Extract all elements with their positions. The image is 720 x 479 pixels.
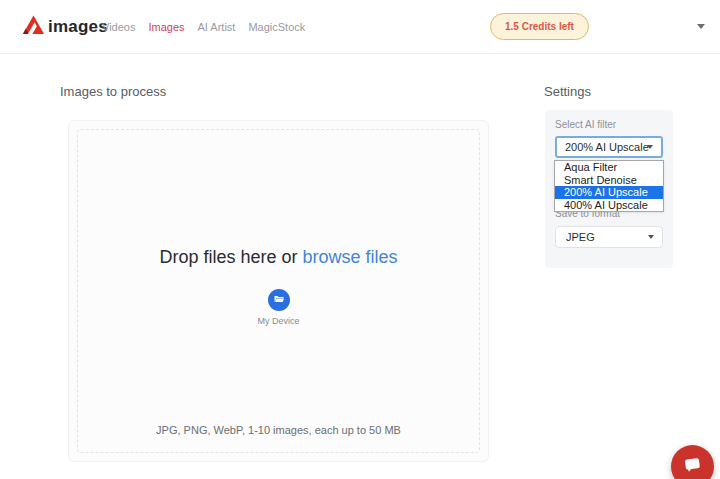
- settings-heading: Settings: [544, 84, 591, 99]
- top-navbar: images Videos Images AI Artist MagicStoc…: [0, 0, 720, 54]
- images-to-process-heading: Images to process: [60, 84, 166, 99]
- ai-filter-select[interactable]: 200% AI Upscale: [555, 136, 663, 158]
- logo-triangle-icon: [22, 13, 45, 41]
- browse-files-link[interactable]: browse files: [303, 247, 398, 267]
- nav-item-videos[interactable]: Videos: [102, 21, 135, 33]
- drop-text: Drop files here or: [159, 247, 297, 267]
- folder-icon: [273, 291, 285, 309]
- live-chat-button[interactable]: [671, 445, 714, 479]
- my-device-label: My Device: [69, 316, 488, 326]
- save-format-select[interactable]: JPEG: [555, 226, 663, 248]
- drop-instruction: Drop files here or browse files: [69, 247, 488, 268]
- nav-item-images[interactable]: Images: [148, 21, 184, 33]
- ai-filter-selected-value: 200% AI Upscale: [565, 141, 649, 153]
- option-aqua-filter[interactable]: Aqua Filter: [555, 161, 663, 174]
- app-window: images Videos Images AI Artist MagicStoc…: [0, 0, 720, 479]
- logo-text: images: [48, 17, 108, 37]
- option-200-ai-upscale[interactable]: 200% AI Upscale: [555, 186, 663, 199]
- credits-badge[interactable]: 1.5 Credits left: [490, 13, 589, 40]
- file-requirements-hint: JPG, PNG, WebP, 1-10 images, each up to …: [69, 424, 488, 436]
- filter-select-label: Select AI filter: [555, 119, 616, 130]
- nav-item-ai-artist[interactable]: AI Artist: [198, 21, 236, 33]
- ai-filter-options-list: Aqua Filter Smart Denoise 200% AI Upscal…: [554, 160, 664, 212]
- save-format-selected-value: JPEG: [566, 231, 595, 243]
- chevron-down-icon: [647, 145, 653, 149]
- chevron-down-icon: [648, 235, 654, 239]
- option-400-ai-upscale[interactable]: 400% AI Upscale: [555, 199, 663, 212]
- app-logo[interactable]: images: [22, 13, 108, 41]
- option-smart-denoise[interactable]: Smart Denoise: [555, 174, 663, 187]
- main-nav: Videos Images AI Artist MagicStock: [102, 0, 305, 54]
- my-device-button[interactable]: [268, 289, 290, 311]
- settings-panel: Select AI filter 200% AI Upscale Aqua Fi…: [545, 110, 673, 268]
- file-dropzone[interactable]: Drop files here or browse files My Devic…: [68, 120, 489, 462]
- chat-messenger-icon: [682, 454, 703, 479]
- account-chevron-down-icon[interactable]: [697, 24, 705, 29]
- nav-item-magicstock[interactable]: MagicStock: [248, 21, 305, 33]
